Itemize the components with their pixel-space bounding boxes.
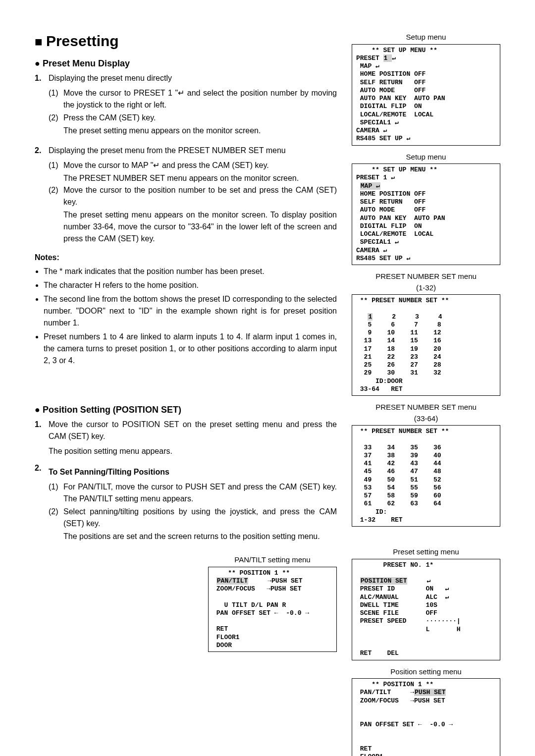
- preset-number-label-b: PRESET NUMBER SET menu: [352, 402, 500, 413]
- setup-menu-label-1: Setup menu: [352, 32, 500, 43]
- side-column: Setup menu ** SET UP MENU ** PRESET 1 ↵ …: [352, 30, 500, 756]
- pos-step-2: 2. To Set Panning/Tilting Positions: [35, 462, 337, 478]
- pantilt-label: PAN/TILT setting menu: [208, 554, 337, 566]
- substep-1-2: (2) Press the CAM (SET) key.: [49, 112, 337, 124]
- section-preset-menu-display: Preset Menu Display: [35, 57, 337, 70]
- pos-substep-2-1: (1) For PAN/TILT, move the cursor to PUS…: [49, 481, 337, 505]
- section-position-setting: Position Setting (POSITION SET): [35, 403, 337, 417]
- step-2: 2. Displaying the preset menu from the P…: [35, 145, 337, 157]
- substep-1-2-cont: The preset setting menu appears on the m…: [63, 125, 337, 137]
- position-setting-label: Position setting menu: [352, 666, 500, 678]
- osd-setup-1: ** SET UP MENU ** PRESET 1 ↵ MAP ↵ HOME …: [352, 44, 500, 146]
- note-item: The * mark indicates that the position n…: [44, 266, 337, 277]
- preset-setting-label: Preset setting menu: [352, 546, 500, 558]
- preset-number-label-a: PRESET NUMBER SET menu: [352, 271, 500, 282]
- osd-position-setting: ** POSITION 1 ** PAN/TILT →PUSH SET ZOOM…: [352, 678, 500, 756]
- step-1: 1. Displaying the preset menu directly: [35, 72, 337, 84]
- main-column: Presetting Preset Menu Display 1. Displa…: [35, 30, 352, 658]
- pos-substep-2-2-cont: The positions are set and the screen ret…: [63, 531, 337, 542]
- preset-range-b: (33-64): [352, 413, 500, 425]
- substep-2-1-cont: The PRESET NUMBER SET menu appears on th…: [63, 172, 337, 184]
- osd-preset-number-1-32: ** PRESET NUMBER SET ** 1 2 3 4 5 6 7 8 …: [352, 294, 500, 396]
- osd-pantilt: ** POSITION 1 ** PAN/TILT →PUSH SET ZOOM…: [208, 567, 337, 652]
- substep-2-1: (1) Move the cursor to MAP "↵ and press …: [49, 160, 337, 171]
- preset-range-a: (1-32): [352, 282, 500, 294]
- note-item: Preset numbers 1 to 4 are linked to alar…: [44, 331, 337, 367]
- pos-substep-2-2: (2) Select panning/tilting positions by …: [49, 506, 337, 530]
- note-item: The character H refers to the home posit…: [44, 279, 337, 291]
- substep-2-2: (2) Move the cursor to the position numb…: [49, 184, 337, 208]
- osd-preset-setting: PRESET NO. 1* POSITION SET ↵ PRESET ID O…: [352, 559, 500, 660]
- notes-list: The * mark indicates that the position n…: [44, 266, 337, 367]
- page-title: Presetting: [35, 30, 337, 52]
- osd-preset-number-33-64: ** PRESET NUMBER SET ** 33 34 35 36 37 3…: [352, 425, 500, 527]
- setup-menu-label-2: Setup menu: [352, 152, 500, 163]
- notes-heading: Notes:: [35, 252, 337, 264]
- substep-2-2-cont: The preset setting menu appears on the m…: [63, 209, 337, 245]
- pos-step-1: 1. Move the cursor to POSITION SET on th…: [35, 419, 337, 442]
- pos-step-1-cont: The position setting menu appears.: [49, 445, 337, 457]
- note-item: The second line from the bottom shows th…: [44, 293, 337, 329]
- step-number: 1.: [35, 72, 49, 84]
- pantilt-block: PAN/TILT setting menu ** POSITION 1 ** P…: [208, 552, 337, 658]
- osd-setup-2: ** SET UP MENU ** PRESET 1 ↵ MAP ↵ HOME …: [352, 163, 500, 265]
- step-text: Displaying the preset menu directly: [49, 72, 337, 84]
- substep-1-1: (1) Move the cursor to PRESET 1 "↵ and s…: [49, 87, 337, 111]
